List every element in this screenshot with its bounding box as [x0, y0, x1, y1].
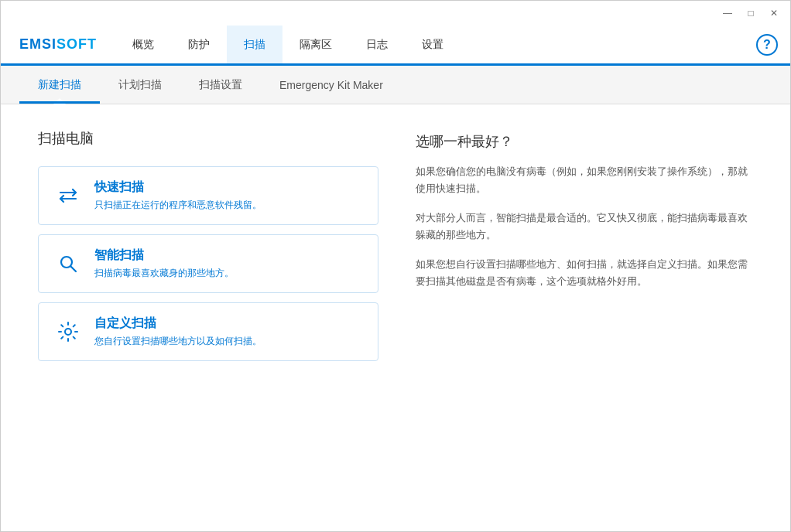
- logo-soft: SOFT: [56, 36, 97, 52]
- nav-right: ?: [756, 34, 790, 56]
- info-para-3: 如果您想自行设置扫描哪些地方、如何扫描，就选择自定义扫描。如果您需要扫描其他磁盘…: [416, 256, 753, 290]
- quick-scan-text: 快速扫描 只扫描正在运行的程序和恶意软件残留。: [94, 179, 262, 212]
- quick-scan-card[interactable]: 快速扫描 只扫描正在运行的程序和恶意软件残留。: [38, 166, 378, 225]
- smart-scan-icon: [54, 250, 82, 278]
- sub-nav-emergency-kit[interactable]: Emergency Kit Maker: [261, 66, 402, 104]
- smart-scan-card[interactable]: 智能扫描 扫描病毒最喜欢藏身的那些地方。: [38, 234, 378, 293]
- help-button[interactable]: ?: [756, 34, 778, 56]
- info-panel-title: 选哪一种最好？: [416, 132, 753, 151]
- scan-options: 扫描电脑 快速扫描 只扫描正在运行的程序和恶意软件残留。: [38, 129, 378, 370]
- close-button[interactable]: ✕: [764, 5, 784, 21]
- nav-item-logs[interactable]: 日志: [349, 26, 405, 63]
- nav-item-quarantine[interactable]: 隔离区: [282, 26, 349, 63]
- smart-scan-text: 智能扫描 扫描病毒最喜欢藏身的那些地方。: [94, 247, 234, 280]
- info-para-1: 如果您确信您的电脑没有病毒（例如，如果您刚刚安装了操作系统），那就使用快速扫描。: [416, 163, 753, 197]
- info-para-2: 对大部分人而言，智能扫描是最合适的。它又快又彻底，能扫描病毒最喜欢躲藏的那些地方…: [416, 210, 753, 244]
- quick-scan-icon: [54, 182, 82, 210]
- page-title: 扫描电脑: [38, 129, 378, 148]
- info-panel: 选哪一种最好？ 如果您确信您的电脑没有病毒（例如，如果您刚刚安装了操作系统），那…: [416, 129, 753, 370]
- window-controls: — □ ✕: [717, 5, 784, 21]
- nav-item-settings[interactable]: 设置: [405, 26, 461, 63]
- custom-scan-icon: [54, 318, 82, 346]
- smart-scan-title: 智能扫描: [94, 247, 234, 264]
- nav-item-overview[interactable]: 概览: [115, 26, 171, 63]
- sub-navbar: 新建扫描 计划扫描 扫描设置 Emergency Kit Maker: [1, 66, 790, 104]
- minimize-button[interactable]: —: [717, 5, 738, 21]
- quick-scan-title: 快速扫描: [94, 179, 262, 196]
- nav-item-protection[interactable]: 防护: [171, 26, 227, 63]
- svg-line-3: [71, 267, 77, 272]
- smart-scan-desc: 扫描病毒最喜欢藏身的那些地方。: [94, 267, 234, 280]
- sub-nav-scheduled-scan[interactable]: 计划扫描: [100, 66, 180, 104]
- nav-items: 概览 防护 扫描 隔离区 日志 设置: [115, 26, 461, 63]
- sub-nav-scan-settings[interactable]: 扫描设置: [180, 66, 261, 104]
- app-logo: EMSISOFT: [1, 36, 115, 53]
- main-content: 扫描电脑 快速扫描 只扫描正在运行的程序和恶意软件残留。: [1, 104, 790, 395]
- nav-item-scan[interactable]: 扫描: [227, 26, 282, 63]
- custom-scan-card[interactable]: 自定义扫描 您自行设置扫描哪些地方以及如何扫描。: [38, 302, 378, 361]
- custom-scan-desc: 您自行设置扫描哪些地方以及如何扫描。: [94, 335, 262, 348]
- custom-scan-text: 自定义扫描 您自行设置扫描哪些地方以及如何扫描。: [94, 315, 262, 348]
- custom-scan-title: 自定义扫描: [94, 315, 262, 332]
- logo-emsi: EMSI: [19, 36, 56, 52]
- quick-scan-desc: 只扫描正在运行的程序和恶意软件残留。: [94, 199, 262, 212]
- maximize-button[interactable]: □: [741, 5, 761, 21]
- svg-point-4: [65, 329, 71, 335]
- main-navbar: EMSISOFT 概览 防护 扫描 隔离区 日志 设置 ?: [1, 26, 790, 66]
- sub-nav-new-scan[interactable]: 新建扫描: [19, 66, 100, 104]
- titlebar: — □ ✕: [1, 1, 790, 26]
